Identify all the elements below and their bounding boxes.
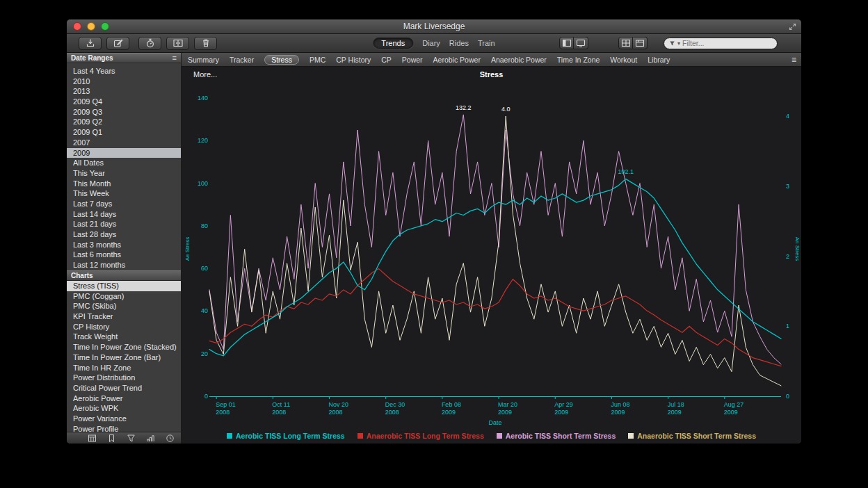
- chart-item-power-variance[interactable]: Power Variance: [67, 414, 181, 424]
- charts-title: Charts: [71, 272, 93, 279]
- date-range-item-2009-q3[interactable]: 2009 Q3: [67, 107, 181, 117]
- more-link[interactable]: More...: [193, 70, 217, 79]
- tab-time-in-zone[interactable]: Time In Zone: [557, 56, 600, 64]
- date-range-item-last-21-days[interactable]: Last 21 days: [67, 219, 181, 229]
- date-range-item-2013[interactable]: 2013: [67, 86, 181, 97]
- app-window: Mark Liversedge TrendsDiaryRidesTrain ▾ …: [67, 19, 801, 444]
- fullscreen-icon[interactable]: [789, 23, 796, 31]
- tab-power[interactable]: Power: [402, 56, 423, 64]
- legend-label: Anaerobic TISS Short Term Stress: [637, 432, 756, 440]
- window-title: Mark Liversedge: [67, 22, 801, 31]
- chart-item-track-weight[interactable]: Track Weight: [67, 332, 181, 342]
- zoom-button[interactable]: [101, 22, 109, 31]
- sidebar-calendar-icon[interactable]: [88, 434, 97, 443]
- segment-trends[interactable]: Trends: [373, 38, 413, 49]
- chart-item-critical-power-trend[interactable]: Critical Power Trend: [67, 383, 181, 393]
- panel-left-icon: [561, 38, 572, 49]
- chart-item-aerobic-wpk[interactable]: Aerobic WPK: [67, 403, 181, 414]
- sidebar-clock-icon[interactable]: [166, 434, 175, 443]
- segment-rides[interactable]: Rides: [449, 39, 469, 47]
- tab-workout[interactable]: Workout: [610, 56, 637, 64]
- download-icon: [85, 38, 96, 49]
- monitor-icon: [575, 38, 586, 49]
- download-activity-button[interactable]: [79, 37, 102, 50]
- date-range-item-last-4-years[interactable]: Last 4 Years: [67, 66, 181, 76]
- filter-input[interactable]: [682, 39, 760, 47]
- chart-item-time-in-power-zone-bar[interactable]: Time In Power Zone (Bar): [67, 352, 181, 363]
- tabbar-menu-icon[interactable]: ≡: [791, 56, 796, 64]
- date-range-item-last-14-days[interactable]: Last 14 days: [67, 209, 181, 220]
- date-range-item-2009-q4[interactable]: 2009 Q4: [67, 97, 181, 107]
- sidebar-charts-icon[interactable]: [146, 434, 155, 443]
- main-area: SummaryTrackerStressPMCCP HistoryCPPower…: [182, 53, 801, 444]
- stopwatch-icon: [145, 38, 156, 49]
- date-range-item-this-week[interactable]: This Week: [67, 188, 181, 199]
- tab-library[interactable]: Library: [648, 56, 670, 64]
- tab-summary[interactable]: Summary: [188, 56, 219, 64]
- segment-train[interactable]: Train: [478, 39, 495, 47]
- trash-icon: [200, 38, 211, 49]
- y-left-tick-label: 40: [201, 307, 208, 314]
- split-activity-button[interactable]: [166, 37, 189, 50]
- toggle-sidebar-button[interactable]: [559, 37, 574, 49]
- tab-cp-history[interactable]: CP History: [336, 56, 371, 64]
- chart-item-cp-history[interactable]: CP History: [67, 322, 181, 332]
- date-range-item-2009-q2[interactable]: 2009 Q2: [67, 117, 181, 127]
- stopwatch-button[interactable]: [138, 37, 161, 50]
- x-tick-year: 2008: [272, 409, 286, 416]
- tab-aerobic-power[interactable]: Aerobic Power: [433, 56, 481, 64]
- date-range-item-2007[interactable]: 2007: [67, 138, 181, 148]
- minimize-button[interactable]: [87, 22, 95, 31]
- x-axis-label: Date: [488, 419, 501, 426]
- sidebar-bookmark-icon[interactable]: [107, 434, 116, 443]
- date-range-item-this-month[interactable]: This Month: [67, 179, 181, 189]
- y-left-tick-label: 120: [198, 137, 208, 144]
- chart-item-kpi-tracker[interactable]: KPI Tracker: [67, 311, 181, 322]
- compose-icon: [113, 38, 124, 49]
- toggle-lowbar-button[interactable]: [574, 37, 588, 49]
- chart-item-stress-tiss[interactable]: Stress (TISS): [67, 281, 181, 291]
- tab-pmc[interactable]: PMC: [310, 56, 326, 64]
- date-range-item-this-year[interactable]: This Year: [67, 168, 181, 179]
- segment-diary[interactable]: Diary: [422, 39, 440, 47]
- manual-activity-button[interactable]: [106, 37, 129, 50]
- chart-item-pmc-coggan[interactable]: PMC (Coggan): [67, 291, 181, 302]
- date-range-item-last-7-days[interactable]: Last 7 days: [67, 199, 181, 209]
- titlebar[interactable]: Mark Liversedge: [67, 19, 801, 34]
- date-range-item-all-dates[interactable]: All Dates: [67, 158, 181, 168]
- date-range-item-2010[interactable]: 2010: [67, 76, 181, 87]
- chart-item-aerobic-power[interactable]: Aerobic Power: [67, 393, 181, 404]
- stress-chart: Sep 012008Oct 112008Nov 202008Dec 302008…: [182, 67, 801, 444]
- date-ranges-menu-icon[interactable]: ≡: [172, 54, 177, 62]
- chart-legend: Aerobic TISS Long Term StressAnaerobic T…: [182, 432, 801, 440]
- date-range-item-last-6-months[interactable]: Last 6 months: [67, 250, 181, 260]
- date-range-item-2009-q1[interactable]: 2009 Q1: [67, 127, 181, 138]
- filter-field[interactable]: ▾: [664, 38, 778, 49]
- tab-cp[interactable]: CP: [381, 56, 392, 64]
- y-right-tick-label: 3: [786, 183, 789, 190]
- tab-tracker[interactable]: Tracker: [230, 56, 254, 64]
- charts-header: Charts: [67, 270, 181, 281]
- close-button[interactable]: [73, 22, 81, 31]
- annotation-4.0: 4.0: [501, 106, 511, 113]
- chart-item-pmc-skiba[interactable]: PMC (Skiba): [67, 301, 181, 311]
- sidebar-filter-icon[interactable]: [127, 434, 136, 443]
- date-range-item-2009[interactable]: 2009: [67, 148, 181, 158]
- tab-stress[interactable]: Stress: [264, 55, 299, 65]
- chart-item-power-profile[interactable]: Power Profile: [67, 424, 181, 432]
- chart-item-time-in-power-zone-stacked[interactable]: Time In Power Zone (Stacked): [67, 342, 181, 352]
- y-left-tick-label: 80: [201, 222, 208, 229]
- x-tick-year: 2008: [385, 409, 399, 416]
- delete-activity-button[interactable]: [194, 37, 217, 50]
- date-range-item-last-3-months[interactable]: Last 3 months: [67, 240, 181, 250]
- date-ranges-title: Date Ranges: [71, 54, 113, 62]
- tab-anaerobic-power[interactable]: Anaerobic Power: [491, 56, 547, 64]
- tab-view-button[interactable]: [633, 37, 648, 49]
- chart-item-time-in-hr-zone[interactable]: Time In HR Zone: [67, 363, 181, 373]
- tile-view-button[interactable]: [618, 37, 633, 49]
- date-range-item-last-12-months[interactable]: Last 12 months: [67, 260, 181, 270]
- chart-tabbar: SummaryTrackerStressPMCCP HistoryCPPower…: [182, 53, 801, 67]
- date-range-item-last-28-days[interactable]: Last 28 days: [67, 229, 181, 240]
- traffic-lights: [73, 22, 109, 31]
- chart-item-power-distribution[interactable]: Power Distribution: [67, 373, 181, 383]
